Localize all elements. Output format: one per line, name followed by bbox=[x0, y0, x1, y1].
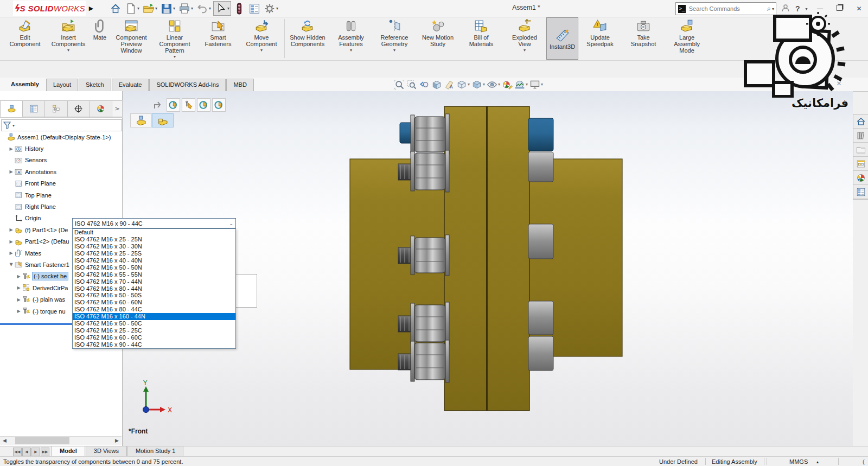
expander-icon[interactable]: ▶ bbox=[16, 309, 21, 314]
dropdown-item[interactable]: ISO 4762 M16 x 25 - 25S bbox=[73, 250, 235, 257]
edit-appearance-button[interactable] bbox=[502, 79, 513, 90]
instant3d-button[interactable]: Instant3D bbox=[546, 17, 578, 60]
select-cursor-dropdown-icon[interactable]: ▾ bbox=[227, 6, 229, 11]
tab-mbd[interactable]: MBD bbox=[226, 79, 253, 91]
help-dropdown-icon[interactable]: ▾ bbox=[806, 7, 808, 11]
home-button[interactable] bbox=[108, 2, 123, 15]
panel-horizontal-scrollbar[interactable]: ◀ ▶ bbox=[0, 436, 122, 445]
search-commands-box[interactable]: >_ ⌕ ▾ bbox=[675, 2, 776, 15]
panel-tab-dimxpertmanager[interactable] bbox=[68, 100, 90, 117]
expander-icon[interactable]: ▶ bbox=[16, 297, 21, 302]
menu-expand-arrow[interactable]: ▶ bbox=[87, 2, 95, 15]
display-style-dropdown-icon[interactable]: ▾ bbox=[483, 82, 485, 87]
taskpane-design-library[interactable] bbox=[853, 129, 868, 143]
zoom-to-area-button[interactable] bbox=[406, 79, 417, 90]
dropdown-item[interactable]: ISO 4762 M16 x 55 - 55N bbox=[73, 271, 235, 278]
display-style-button[interactable]: ▾ bbox=[471, 79, 485, 90]
next-tab-button[interactable]: ▶ bbox=[31, 448, 40, 456]
undo-dropdown-icon[interactable]: ▾ bbox=[209, 6, 211, 11]
section-view-button[interactable] bbox=[431, 79, 442, 90]
expander-icon[interactable]: ▶ bbox=[9, 146, 14, 151]
dropdown-item[interactable]: ISO 4762 M16 x 50 - 50C bbox=[73, 320, 235, 327]
reference-geometry-dropdown-icon[interactable]: ▾ bbox=[393, 48, 395, 53]
mate-button[interactable]: Mate bbox=[90, 17, 110, 60]
taskpane-file-explorer[interactable] bbox=[853, 143, 868, 157]
dropdown-item[interactable]: ISO 4762 M16 x 80 - 44N bbox=[73, 285, 235, 292]
insert-components-button[interactable]: Insert Components▾ bbox=[47, 17, 90, 60]
show-hidden-components-button[interactable]: Show Hidden Components bbox=[286, 17, 329, 60]
close-button[interactable]: ✕ bbox=[852, 5, 866, 12]
prev-tab-button[interactable]: ◀ bbox=[22, 448, 31, 456]
update-speedpak-button[interactable]: !Update Speedpak bbox=[578, 17, 622, 60]
search-icon[interactable]: ⌕ bbox=[767, 4, 771, 13]
new-motion-study-button[interactable]: New Motion Study bbox=[416, 17, 459, 60]
traffic-light-button[interactable] bbox=[232, 2, 246, 15]
smart-fasteners-button[interactable]: Smart Fasteners bbox=[196, 17, 240, 60]
dropdown-item[interactable]: ISO 4762 M16 x 25 - 25C bbox=[73, 327, 235, 334]
panel-tab-featuremanager[interactable] bbox=[0, 100, 23, 117]
combobox-chevron-icon[interactable]: ⌄ bbox=[229, 221, 235, 226]
units-selector[interactable]: MMGS bbox=[789, 458, 808, 465]
apply-scene-button[interactable]: ▾ bbox=[514, 79, 528, 90]
hide-show-items-button[interactable]: ▾ bbox=[487, 79, 500, 90]
filter-dropdown-icon[interactable]: ▾ bbox=[12, 123, 15, 128]
taskpane-appearances[interactable] bbox=[853, 171, 868, 185]
user-icon[interactable] bbox=[781, 4, 790, 14]
expander-icon[interactable]: ▶ bbox=[9, 169, 14, 174]
tree-item[interactable]: Sensors bbox=[0, 155, 123, 166]
expander-icon[interactable]: ▶ bbox=[9, 251, 14, 256]
edit-component-button[interactable]: Edit Component bbox=[3, 17, 47, 60]
hide-show-items-dropdown-icon[interactable]: ▾ bbox=[498, 82, 500, 87]
save-button[interactable]: ▾ bbox=[159, 2, 176, 15]
annotation-view-button[interactable]: A bbox=[444, 79, 455, 90]
open-button[interactable]: ▾ bbox=[142, 2, 158, 15]
minimize-button[interactable]: — bbox=[813, 5, 827, 12]
new-document-button[interactable]: ▾ bbox=[124, 2, 141, 15]
linear-component-pattern-button[interactable]: Linear Component Pattern▾ bbox=[153, 17, 196, 60]
dropdown-item[interactable]: ISO 4762 M16 x 70 - 44N bbox=[73, 278, 235, 285]
dropdown-item[interactable]: ISO 4762 M16 x 40 - 40N bbox=[73, 257, 235, 264]
move-component-dropdown-icon[interactable]: ▾ bbox=[260, 48, 263, 53]
tree-filter[interactable]: ▾ bbox=[1, 119, 122, 131]
tab-evaluate[interactable]: Evaluate bbox=[112, 79, 149, 91]
expander-icon[interactable]: ▶ bbox=[16, 285, 21, 290]
search-input[interactable] bbox=[688, 5, 767, 12]
linear-component-pattern-dropdown-icon[interactable]: ▾ bbox=[174, 54, 176, 59]
tree-item[interactable]: Top Plane bbox=[0, 189, 123, 201]
doc-tab-3d-views[interactable]: 3D Views bbox=[86, 446, 127, 457]
move-component-button[interactable]: Move Component▾ bbox=[240, 17, 283, 60]
doc-tab-model[interactable]: Model bbox=[52, 446, 85, 457]
view-orientation-dropdown-icon[interactable]: ▾ bbox=[468, 82, 470, 87]
reference-geometry-button[interactable]: Reference Geometry▾ bbox=[373, 17, 416, 60]
panel-tab-propertymanager[interactable] bbox=[23, 100, 45, 117]
tree-item[interactable]: ▶AAnnotations bbox=[0, 166, 123, 177]
exploded-view-button[interactable]: Exploded View▾ bbox=[503, 17, 546, 60]
tree-item[interactable]: Front Plane bbox=[0, 178, 123, 189]
large-assembly-mode-button[interactable]: Large Assembly Mode bbox=[665, 17, 709, 60]
scrollbar-thumb[interactable] bbox=[15, 437, 69, 444]
dropdown-item[interactable]: Default bbox=[73, 229, 235, 236]
options-gear-dropdown-icon[interactable]: ▾ bbox=[276, 6, 278, 11]
panel-tab-configurationmanager[interactable] bbox=[45, 100, 67, 117]
bill-of-materials-button[interactable]: Bill of Materials bbox=[459, 17, 503, 60]
component-preview-window-button[interactable]: Component Preview Window bbox=[110, 17, 153, 60]
expander-icon[interactable]: ▶ bbox=[9, 227, 14, 232]
assembly-features-dropdown-icon[interactable]: ▾ bbox=[350, 48, 352, 53]
scroll-right-icon[interactable]: ▶ bbox=[113, 437, 121, 445]
ghost-close-icon[interactable]: ✕ bbox=[837, 80, 842, 87]
view-list-button[interactable] bbox=[247, 2, 261, 15]
first-tab-button[interactable]: ◀◀ bbox=[13, 448, 22, 456]
insert-components-dropdown-icon[interactable]: ▾ bbox=[67, 48, 69, 53]
taskpane-home[interactable] bbox=[853, 114, 868, 129]
last-tab-button[interactable]: ▶▶ bbox=[41, 448, 49, 456]
view-settings-button[interactable]: ▾ bbox=[529, 79, 543, 90]
expander-icon[interactable]: ▶ bbox=[9, 239, 14, 244]
dropdown-item[interactable]: ISO 4762 M16 x 50 - 50N bbox=[73, 264, 235, 271]
panel-tabs-overflow[interactable]: > bbox=[112, 100, 123, 117]
select-cursor-button[interactable]: ▾ bbox=[213, 1, 231, 16]
view-orientation-button[interactable]: ▾ bbox=[456, 79, 470, 90]
dropdown-item[interactable]: ISO 4762 M16 x 60 - 60C bbox=[73, 334, 235, 341]
tree-item[interactable]: ▶History bbox=[0, 143, 123, 154]
doc-tab-motion-study-1[interactable]: Motion Study 1 bbox=[127, 446, 183, 457]
dropdown-item[interactable]: ISO 4762 M16 x 25 - 25N bbox=[73, 236, 235, 243]
